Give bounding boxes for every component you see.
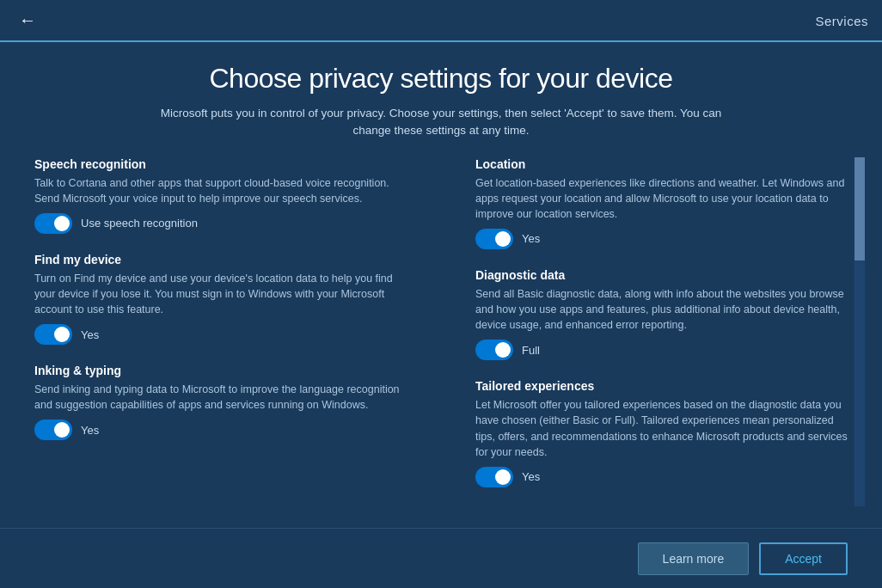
location-toggle[interactable] xyxy=(475,229,513,249)
action-bar: Learn more Accept xyxy=(0,528,882,588)
location-title: Location xyxy=(475,157,848,171)
scrollbar-thumb[interactable] xyxy=(854,157,865,260)
location-toggle-row: Yes xyxy=(475,229,848,249)
tailored-experiences-title: Tailored experiences xyxy=(475,379,848,393)
find-my-device-title: Find my device xyxy=(34,253,407,266)
tailored-experiences-desc: Let Microsoft offer you tailored experie… xyxy=(475,397,848,460)
speech-recognition-toggle-label: Use speech recognition xyxy=(81,217,198,230)
inking-typing-toggle-row: Yes xyxy=(34,420,407,440)
tailored-experiences-toggle-label: Yes xyxy=(522,470,540,483)
find-my-device-toggle-row: Yes xyxy=(34,324,407,345)
speech-recognition-setting: Speech recognition Talk to Cortana and o… xyxy=(34,157,407,234)
speech-recognition-desc: Talk to Cortana and other apps that supp… xyxy=(34,175,407,206)
location-desc: Get location-based experiences like dire… xyxy=(475,175,848,222)
page-title: Choose privacy settings for your device xyxy=(34,63,848,95)
top-bar: ← Services xyxy=(0,0,882,42)
find-my-device-toggle[interactable] xyxy=(34,324,72,345)
tailored-experiences-toggle[interactable] xyxy=(475,467,513,487)
speech-recognition-toggle[interactable] xyxy=(34,213,72,234)
inking-typing-setting: Inking & typing Send inking and typing d… xyxy=(34,364,407,440)
settings-grid: Speech recognition Talk to Cortana and o… xyxy=(34,157,848,506)
speech-recognition-toggle-row: Use speech recognition xyxy=(34,213,407,234)
inking-typing-toggle[interactable] xyxy=(34,420,72,440)
settings-left-column: Speech recognition Talk to Cortana and o… xyxy=(34,157,441,506)
find-my-device-toggle-label: Yes xyxy=(81,328,99,341)
tailored-experiences-setting: Tailored experiences Let Microsoft offer… xyxy=(475,379,848,487)
inking-typing-toggle-label: Yes xyxy=(81,424,99,437)
main-content: Choose privacy settings for your device … xyxy=(0,42,882,528)
inking-typing-title: Inking & typing xyxy=(34,364,407,377)
diagnostic-data-toggle-row: Full xyxy=(475,340,848,360)
find-my-device-desc: Turn on Find my device and use your devi… xyxy=(34,271,407,317)
inking-typing-desc: Send inking and typing data to Microsoft… xyxy=(34,382,407,413)
diagnostic-data-desc: Send all Basic diagnostic data, along wi… xyxy=(475,286,848,333)
tailored-experiences-toggle-row: Yes xyxy=(475,467,848,487)
services-title: Services xyxy=(815,13,868,28)
settings-right-column: Location Get location-based experiences … xyxy=(441,157,848,506)
diagnostic-data-toggle[interactable] xyxy=(475,340,513,360)
back-button[interactable]: ← xyxy=(14,7,41,34)
location-setting: Location Get location-based experiences … xyxy=(475,157,848,249)
find-my-device-setting: Find my device Turn on Find my device an… xyxy=(34,253,407,345)
diagnostic-data-title: Diagnostic data xyxy=(475,268,848,282)
speech-recognition-title: Speech recognition xyxy=(34,157,407,171)
accept-button[interactable]: Accept xyxy=(759,542,848,575)
diagnostic-data-toggle-label: Full xyxy=(522,344,540,357)
location-toggle-label: Yes xyxy=(522,232,540,245)
back-icon: ← xyxy=(19,10,36,30)
scrollbar-track[interactable] xyxy=(854,157,865,506)
page-header: Choose privacy settings for your device … xyxy=(34,42,848,157)
learn-more-button[interactable]: Learn more xyxy=(638,542,750,575)
page-subtitle: Microsoft puts you in control of your pr… xyxy=(140,105,742,140)
diagnostic-data-setting: Diagnostic data Send all Basic diagnosti… xyxy=(475,268,848,360)
